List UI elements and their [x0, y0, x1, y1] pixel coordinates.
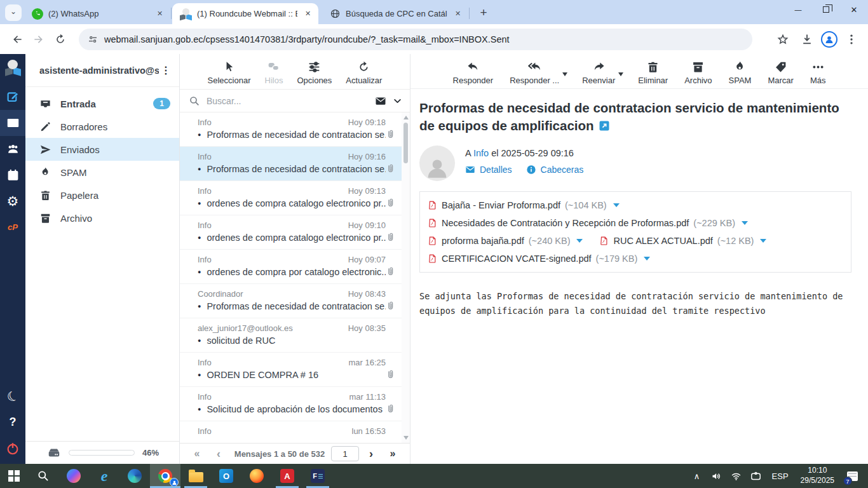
taskbar-chrome-button[interactable]: [150, 464, 180, 488]
restore-button[interactable]: [812, 0, 840, 19]
tab-close-icon[interactable]: [452, 8, 463, 19]
help-button[interactable]: [0, 409, 25, 435]
message-row[interactable]: CoordinadorHoy 08:43 Proformas de necesi…: [180, 284, 410, 318]
next-page-button[interactable]: [362, 447, 381, 461]
reload-button[interactable]: [50, 29, 71, 50]
attachment-item[interactable]: Bajaña - Enviar Proforma.pdf (~104 KB): [428, 196, 620, 214]
account-menu-icon[interactable]: [159, 64, 173, 76]
attachment-menu-caret-icon[interactable]: [576, 239, 583, 243]
attachment-item[interactable]: CERTIFICACION VCATE-signed.pdf (~179 KB): [428, 250, 650, 268]
mark-button[interactable]: Marcar: [768, 60, 793, 85]
taskbar-firefox-button[interactable]: [241, 464, 272, 488]
compose-button[interactable]: [0, 84, 25, 110]
minimize-button[interactable]: [784, 0, 812, 19]
folder-archivo[interactable]: Archivo: [25, 207, 179, 229]
options-button[interactable]: Opciones: [297, 60, 332, 85]
reply-all-button[interactable]: Responder ...: [510, 60, 559, 85]
scroll-up-icon[interactable]: [403, 116, 409, 119]
delete-button[interactable]: Eliminar: [638, 60, 668, 85]
select-button[interactable]: Seleccionar: [208, 60, 251, 85]
browser-menu-icon[interactable]: [841, 29, 862, 50]
back-button[interactable]: [6, 29, 28, 50]
search-input[interactable]: [207, 96, 369, 106]
message-row[interactable]: InfoHoy 09:10 ordenes de compra catalogo…: [180, 215, 410, 250]
attachment-item[interactable]: RUC ALEX ACTUAL.pdf (~12 KB): [599, 232, 766, 250]
attachment-item[interactable]: proforma bajaña.pdf (~240 KB): [428, 232, 583, 250]
new-tab-button[interactable]: [475, 4, 492, 21]
scroll-thumb[interactable]: [403, 123, 408, 163]
bookmark-star-icon[interactable]: [773, 29, 793, 50]
dark-mode-button[interactable]: [0, 383, 25, 409]
logout-button[interactable]: [0, 435, 25, 461]
folder-enviados[interactable]: Enviados: [25, 138, 179, 161]
message-row[interactable]: Infomar 11:13 Solicitud de aprobación de…: [180, 387, 410, 421]
search-scope-mail-icon[interactable]: [375, 95, 386, 107]
rail-mail-button[interactable]: [0, 110, 25, 136]
message-row[interactable]: InfoHoy 09:07 ordenes de compra por cata…: [180, 250, 410, 284]
page-number-input[interactable]: [331, 446, 359, 461]
attachment-menu-caret-icon[interactable]: [760, 239, 766, 243]
tab-whatsapp[interactable]: (2) WhatsApp: [24, 3, 170, 24]
attachment-menu-caret-icon[interactable]: [644, 257, 650, 261]
rail-contacts-button[interactable]: [0, 136, 25, 162]
rail-settings-button[interactable]: ⚙: [0, 188, 25, 214]
archive-button[interactable]: Archivo: [684, 60, 712, 85]
folder-papelera[interactable]: Papelera: [25, 184, 179, 207]
tab-roundcube[interactable]: (1) Roundcube Webmail :: Envia: [172, 3, 318, 24]
prev-page-button[interactable]: [209, 447, 228, 461]
tab-close-icon[interactable]: [154, 8, 165, 19]
reply-button[interactable]: Responder: [453, 60, 494, 85]
attachment-menu-caret-icon[interactable]: [613, 203, 620, 207]
message-row[interactable]: InfoHoy 09:13 ordenes de compra catalogo…: [180, 181, 410, 215]
taskbar-app-button[interactable]: [302, 464, 333, 488]
taskbar-acrobat-button[interactable]: [272, 464, 302, 488]
rail-calendar-button[interactable]: [0, 162, 25, 188]
folder-spam[interactable]: SPAM: [25, 161, 179, 184]
url-text[interactable]: webmail.sanjuan.gob.ec/cpsess1401470381/…: [104, 34, 510, 44]
taskbar-ie-button[interactable]: [89, 464, 119, 488]
taskbar-edge-button[interactable]: [119, 464, 150, 488]
first-page-button[interactable]: [187, 448, 207, 459]
message-row[interactable]: Infomar 16:25 ORDEN DE COMPRA # 16: [180, 353, 410, 387]
clock[interactable]: 10:1029/5/2025: [797, 466, 838, 485]
close-button[interactable]: [840, 0, 868, 19]
profile-avatar[interactable]: [821, 31, 837, 48]
downloads-icon[interactable]: [797, 29, 817, 50]
headers-button[interactable]: Cabeceras: [526, 165, 584, 175]
search-options-chevron-icon[interactable]: [393, 95, 402, 107]
last-page-button[interactable]: [383, 448, 402, 459]
tab-search-icon[interactable]: [5, 4, 22, 21]
site-settings-icon[interactable]: [88, 34, 98, 44]
taskbar-explorer-button[interactable]: [180, 464, 211, 488]
taskbar-outlook-button[interactable]: [211, 464, 241, 488]
folder-entrada[interactable]: Entrada 1: [25, 92, 179, 115]
notification-center[interactable]: 7: [843, 464, 862, 488]
recipient-link[interactable]: Info: [473, 148, 489, 158]
forward-button[interactable]: Reenviar: [582, 60, 615, 85]
cpanel-button[interactable]: cP: [0, 214, 25, 240]
language-indicator[interactable]: ESP: [768, 471, 792, 481]
address-bar[interactable]: webmail.sanjuan.gob.ec/cpsess1401470381/…: [79, 29, 752, 50]
tray-expand-icon[interactable]: [689, 464, 705, 488]
start-button[interactable]: [0, 464, 28, 488]
message-row-selected[interactable]: InfoHoy 09:16 Proformas de necesidad de …: [180, 147, 410, 181]
volume-icon[interactable]: [709, 464, 724, 488]
spam-button[interactable]: SPAM: [729, 60, 752, 85]
message-row[interactable]: InfoHoy 09:18 Proformas de necesidad de …: [180, 112, 410, 147]
message-row[interactable]: alex_junior17@outlook.esHoy 08:35 solici…: [180, 318, 410, 353]
meet-now-icon[interactable]: [749, 464, 764, 488]
wifi-icon[interactable]: [729, 464, 744, 488]
refresh-button[interactable]: Actualizar: [346, 60, 382, 85]
forward-caret-icon[interactable]: [618, 72, 623, 76]
taskbar-search-button[interactable]: [28, 464, 58, 488]
more-button[interactable]: Más: [810, 60, 826, 85]
taskbar-copilot-button[interactable]: [58, 464, 89, 488]
tab-close-icon[interactable]: [302, 8, 313, 19]
threads-button[interactable]: Hilos: [265, 60, 283, 85]
folder-borradores[interactable]: Borradores: [25, 115, 179, 138]
attachment-item[interactable]: Necesidades de Contratación y Recepción …: [428, 214, 748, 232]
details-button[interactable]: Detalles: [465, 165, 512, 175]
message-row[interactable]: Infolun 16:53: [180, 421, 410, 443]
external-link-icon[interactable]: [599, 118, 610, 130]
scroll-down-icon[interactable]: [403, 436, 409, 440]
